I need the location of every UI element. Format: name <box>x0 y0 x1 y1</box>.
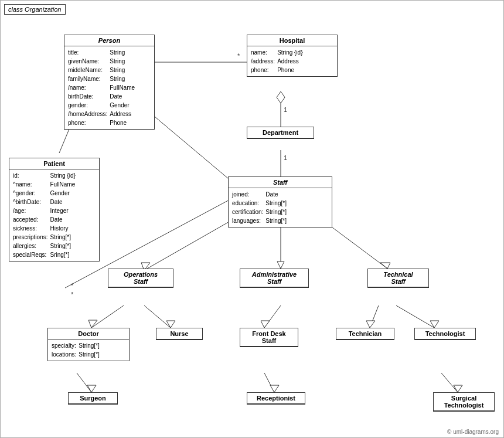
svg-line-30 <box>77 373 91 392</box>
svg-line-28 <box>396 305 434 328</box>
copyright: © uml-diagrams.org <box>447 429 499 435</box>
class-technical-staff: TechnicalStaff <box>367 269 429 288</box>
class-nurse: Nurse <box>156 328 203 340</box>
class-receptionist-title: Receptionist <box>247 393 305 404</box>
diagram-title: class Organization <box>4 4 66 15</box>
class-doctor-body: specialty:String[*] locations:String[*] <box>48 339 129 361</box>
svg-marker-35 <box>454 385 462 392</box>
svg-line-32 <box>264 373 274 392</box>
svg-text:*: * <box>71 291 74 298</box>
svg-marker-4 <box>277 91 285 103</box>
svg-marker-31 <box>87 385 96 392</box>
class-department: Department <box>247 127 314 139</box>
svg-line-34 <box>441 373 458 392</box>
class-person: Person title:String givenName:String mid… <box>64 35 155 130</box>
class-staff-title: Staff <box>229 177 332 188</box>
class-front-desk-staff-title: Front DeskStaff <box>240 328 298 347</box>
svg-line-22 <box>144 305 171 328</box>
svg-line-26 <box>370 305 379 328</box>
svg-marker-25 <box>261 321 270 328</box>
svg-marker-27 <box>366 321 375 328</box>
class-surgeon: Surgeon <box>68 392 118 405</box>
class-hospital-title: Hospital <box>247 35 337 46</box>
class-doctor-title: Doctor <box>48 328 129 339</box>
class-doctor: Doctor specialty:String[*] locations:Str… <box>47 328 130 361</box>
class-surgical-technologist: SurgicalTechnologist <box>433 392 495 412</box>
class-technologist: Technologist <box>414 328 476 340</box>
svg-text:1: 1 <box>284 154 287 161</box>
class-person-body: title:String givenName:String middleName… <box>64 46 154 129</box>
class-nurse-title: Nurse <box>156 328 202 339</box>
svg-line-20 <box>91 305 124 328</box>
svg-text:1: 1 <box>284 106 287 113</box>
class-operations-staff: OperationsStaff <box>108 269 173 288</box>
class-department-title: Department <box>247 127 314 138</box>
class-receptionist: Receptionist <box>247 392 305 405</box>
class-surgeon-title: Surgeon <box>69 393 117 404</box>
class-technical-staff-title: TechnicalStaff <box>368 269 428 287</box>
svg-text:*: * <box>237 52 240 59</box>
class-patient-body: id:String {id} ^name:FullName ^gender:Ge… <box>9 169 99 261</box>
class-hospital-body: name:String {id} /address:Address phone:… <box>247 46 337 76</box>
svg-line-24 <box>264 305 281 328</box>
class-front-desk-staff: Front DeskStaff <box>240 328 298 347</box>
svg-marker-23 <box>166 321 175 328</box>
svg-marker-17 <box>277 262 284 269</box>
class-operations-staff-title: OperationsStaff <box>108 269 173 287</box>
class-surgical-technologist-title: SurgicalTechnologist <box>434 393 494 411</box>
svg-marker-29 <box>430 321 439 328</box>
class-technologist-title: Technologist <box>415 328 475 339</box>
class-staff-body: joined:Date education:String[*] certific… <box>229 188 332 227</box>
class-staff: Staff joined:Date education:String[*] ce… <box>228 176 332 228</box>
svg-marker-21 <box>88 320 97 328</box>
svg-marker-19 <box>380 263 390 269</box>
svg-text:*: * <box>71 282 74 289</box>
class-administrative-staff: AdministrativeStaff <box>240 269 309 288</box>
class-patient: Patient id:String {id} ^name:FullName ^g… <box>9 158 100 262</box>
class-technician: Technician <box>336 328 394 340</box>
class-patient-title: Patient <box>9 158 99 169</box>
class-hospital: Hospital name:String {id} /address:Addre… <box>247 35 338 77</box>
svg-marker-33 <box>270 385 279 392</box>
uml-diagram: class Organization * * 1 * 1 * <box>0 0 504 438</box>
class-technician-title: Technician <box>336 328 394 339</box>
class-administrative-staff-title: AdministrativeStaff <box>240 269 308 287</box>
class-person-title: Person <box>64 35 154 46</box>
